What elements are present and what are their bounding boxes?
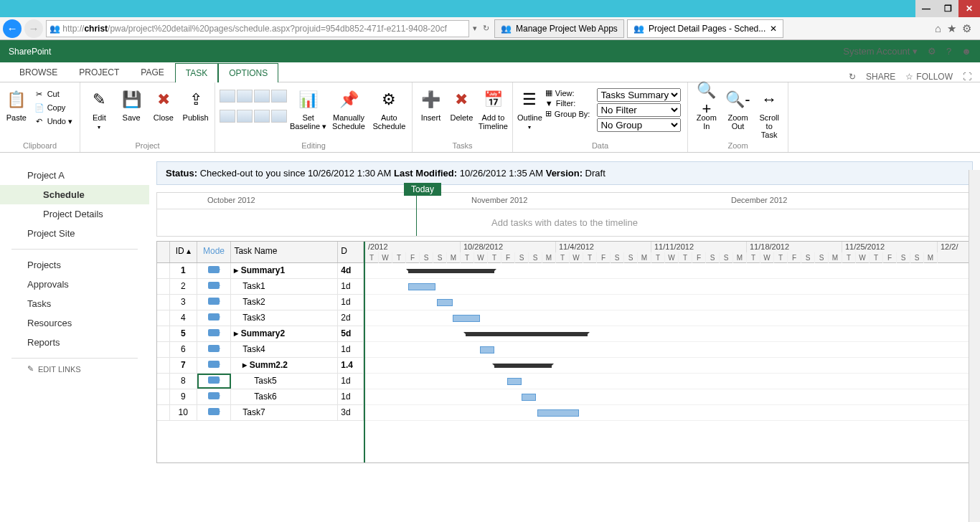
edit-links[interactable]: ✎EDIT LINKS	[0, 364, 149, 374]
indent-buttons[interactable]	[220, 87, 287, 123]
vertical-scrollbar[interactable]	[969, 170, 980, 522]
filter-select[interactable]: No Filter	[597, 103, 681, 117]
task-row[interactable]: 3Task21d	[157, 295, 364, 310]
view-select[interactable]: Tasks Summary	[597, 88, 681, 102]
col-id[interactable]: ID ▴	[170, 242, 197, 262]
tab-page[interactable]: PAGE	[130, 62, 174, 82]
delete-button[interactable]: ✖Delete	[448, 87, 476, 122]
tab-icon: 👥	[501, 24, 512, 34]
share-link[interactable]: SHARE	[866, 72, 895, 82]
window-titlebar: — ❐ ✕	[0, 0, 980, 17]
help-icon[interactable]: ?	[946, 46, 951, 57]
today-marker: Today	[404, 183, 441, 196]
nav-tasks[interactable]: Tasks	[0, 294, 149, 313]
settings-icon[interactable]: ⚙	[928, 46, 936, 57]
insert-button[interactable]: ➕Insert	[417, 87, 445, 122]
forward-button[interactable]: →	[24, 19, 43, 38]
nav-reports[interactable]: Reports	[0, 333, 149, 352]
nav-project-site[interactable]: Project Site	[0, 224, 149, 243]
col-indicator[interactable]	[157, 242, 170, 262]
copy-button[interactable]: 📄Copy	[32, 102, 75, 113]
follow-link[interactable]: ☆ FOLLOW	[905, 72, 953, 82]
col-duration[interactable]: D	[338, 242, 364, 262]
task-row[interactable]: 7▸ Summ2.21.4	[157, 358, 364, 374]
tab-options[interactable]: OPTIONS	[218, 63, 278, 82]
task-row[interactable]: 6Task41d	[157, 342, 364, 358]
tab-task[interactable]: TASK	[175, 63, 218, 82]
nav-projects[interactable]: Projects	[0, 255, 149, 275]
sharepoint-header: SharePoint System Account ▾ ⚙ ? ☻	[0, 40, 980, 62]
task-bar[interactable]	[522, 394, 536, 401]
task-row[interactable]: 4Task32d	[157, 310, 364, 326]
zoom-in-button[interactable]: 🔍+Zoom In	[692, 87, 721, 130]
tab-browse[interactable]: BROWSE	[9, 62, 68, 82]
outline-button[interactable]: ☰Outline▾	[517, 87, 542, 130]
nav-project-details[interactable]: Project Details	[0, 204, 149, 224]
task-bar[interactable]	[537, 409, 579, 417]
task-grid[interactable]: ID ▴ Mode Task Name D 1▸ Summary14d2Task…	[157, 242, 365, 462]
auto-schedule-button[interactable]: ⚙Auto Schedule	[371, 87, 407, 130]
timeline-placeholder: Add tasks with dates to the timeline	[157, 209, 972, 236]
col-task-name[interactable]: Task Name	[231, 242, 338, 262]
close-tab-icon[interactable]: ✕	[770, 24, 777, 34]
summary-bar[interactable]	[494, 364, 552, 368]
task-row[interactable]: 9Task61d	[157, 389, 364, 405]
dropdown-icon[interactable]: ▾	[471, 24, 479, 33]
refresh-icon[interactable]: ↻	[481, 24, 491, 33]
set-baseline-button[interactable]: 📊Set Baseline ▾	[290, 87, 326, 131]
close-window-button[interactable]: ✕	[958, 0, 980, 17]
task-area: ID ▴ Mode Task Name D 1▸ Summary14d2Task…	[156, 241, 973, 463]
maximize-button[interactable]: ❐	[937, 0, 958, 17]
back-button[interactable]: ←	[3, 19, 22, 38]
gantt-chart[interactable]: /201210/28/201211/4/201211/11/201211/18/…	[365, 242, 972, 462]
task-row[interactable]: 10Task73d	[157, 405, 364, 421]
nav-approvals[interactable]: Approvals	[0, 275, 149, 294]
task-bar[interactable]	[480, 346, 494, 353]
publish-button[interactable]: ⇪Publish	[181, 87, 210, 122]
scroll-task-button[interactable]: ↔Scroll to Task	[755, 87, 783, 139]
home-icon[interactable]: ⌂	[935, 22, 941, 35]
group-select[interactable]: No Group	[597, 118, 681, 132]
pencil-icon: ✎	[27, 364, 34, 374]
favorites-icon[interactable]: ★	[947, 22, 956, 35]
task-row[interactable]: 5▸ Summary25d	[157, 326, 364, 342]
task-bar[interactable]	[453, 315, 480, 322]
user-icon[interactable]: ☻	[961, 46, 971, 57]
manual-schedule-button[interactable]: 📌Manually Schedule	[329, 87, 367, 130]
minimize-button[interactable]: —	[915, 0, 937, 17]
summary-bar[interactable]	[408, 269, 494, 273]
address-bar[interactable]: 👥 http:// christ /pwa/project%20detail%2…	[46, 20, 469, 37]
undo-button[interactable]: ↶Undo ▾	[32, 115, 75, 127]
tools-icon[interactable]: ⚙	[962, 22, 971, 35]
nav-resources[interactable]: Resources	[0, 313, 149, 333]
col-mode[interactable]: Mode	[197, 242, 232, 262]
task-bar[interactable]	[437, 299, 453, 306]
tab-project[interactable]: PROJECT	[68, 62, 130, 82]
task-bar[interactable]	[507, 378, 522, 385]
fullscreen-icon[interactable]: ⛶	[963, 72, 971, 82]
summary-bar[interactable]	[466, 332, 588, 336]
sync-icon[interactable]: ↻	[849, 72, 856, 82]
add-timeline-button[interactable]: 📅Add to Timeline	[479, 87, 508, 130]
close-button[interactable]: ✖Close	[149, 87, 179, 122]
zoom-out-button[interactable]: 🔍-Zoom Out	[724, 87, 753, 130]
left-navigation: Project A Schedule Project Details Proje…	[0, 153, 149, 522]
browser-tab-1[interactable]: 👥 Manage Project Web Apps	[494, 19, 624, 38]
task-bar[interactable]	[408, 283, 435, 290]
browser-tab-2[interactable]: 👥 Project Detail Pages - Sched... ✕	[627, 19, 783, 38]
timeline[interactable]: Today October 2012 November 2012 Decembe…	[156, 192, 973, 237]
nav-project-a[interactable]: Project A	[0, 166, 149, 185]
browser-toolbar: ← → 👥 http:// christ /pwa/project%20deta…	[0, 17, 980, 40]
task-row[interactable]: 1▸ Summary14d	[157, 263, 364, 279]
task-row[interactable]: 2Task11d	[157, 279, 364, 295]
nav-schedule[interactable]: Schedule	[0, 185, 149, 204]
filter-icon: ▼	[545, 99, 553, 108]
task-row[interactable]: 8Task51d	[157, 374, 364, 389]
cut-button[interactable]: ✂Cut	[32, 88, 75, 100]
account-menu[interactable]: System Account ▾	[843, 46, 918, 57]
edit-button[interactable]: ✎Edit▾	[85, 87, 114, 130]
save-button[interactable]: 💾Save	[117, 87, 146, 122]
ribbon-tabs: BROWSE PROJECT PAGE TASK OPTIONS ↻ SHARE…	[0, 62, 980, 82]
view-icon: ▦	[545, 88, 552, 98]
paste-button[interactable]: 📋Paste	[4, 87, 29, 122]
